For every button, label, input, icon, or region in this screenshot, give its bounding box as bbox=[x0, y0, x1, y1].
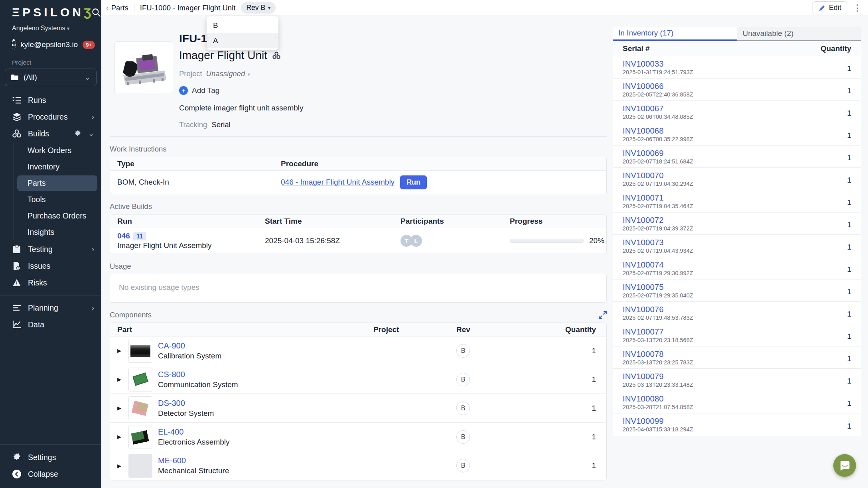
edit-button-label: Edit bbox=[829, 4, 841, 12]
components-card: Part Project Rev Quantity ▶ CA-900 bbox=[110, 323, 607, 480]
builds-settings-gear-icon[interactable] bbox=[74, 130, 82, 138]
serial-link[interactable]: INV100066 bbox=[623, 81, 664, 91]
component-part-link[interactable]: CA-900 bbox=[158, 341, 185, 350]
component-thumbnail bbox=[128, 425, 152, 449]
row-expander-icon[interactable]: ▶ bbox=[117, 434, 123, 440]
edit-button[interactable]: Edit bbox=[813, 1, 847, 14]
inventory-quantity: 1 bbox=[847, 332, 851, 341]
run-name: Imager Flight Unit Assembly bbox=[117, 241, 265, 250]
sidebar-sub-item[interactable]: Parts bbox=[17, 175, 97, 191]
component-part-link[interactable]: CS-800 bbox=[158, 370, 185, 379]
part-image[interactable] bbox=[114, 41, 173, 93]
sidebar-item-planning[interactable]: Planning › bbox=[0, 299, 101, 316]
rev-option-a[interactable]: A bbox=[207, 33, 278, 48]
rev-option-b[interactable]: B bbox=[207, 18, 278, 33]
run-button[interactable]: Run bbox=[400, 175, 427, 189]
serial-link[interactable]: INV100078 bbox=[623, 349, 664, 358]
sidebar-sub-item[interactable]: Tools bbox=[17, 192, 97, 207]
row-expander-icon[interactable]: ▶ bbox=[117, 463, 123, 469]
serial-link[interactable]: INV100070 bbox=[623, 171, 664, 180]
col-header-part: Part bbox=[110, 325, 373, 334]
sidebar-item-runs[interactable]: Runs bbox=[0, 92, 101, 108]
inventory-timestamp: 2025-02-07T19:29:30.992Z bbox=[623, 270, 693, 276]
sidebar-collapse-button[interactable]: Collapse bbox=[0, 466, 101, 482]
sidebar-item-label: Procedures bbox=[28, 112, 85, 122]
rev-selector[interactable]: Rev B ▾ bbox=[241, 2, 276, 14]
component-row: ▶ EL-400 Electronics Assembly B 1 bbox=[110, 423, 606, 451]
inventory-timestamp: 2025-02-07T19:04:30.294Z bbox=[623, 181, 693, 187]
sidebar-item-builds[interactable]: Builds ⌄ bbox=[0, 125, 101, 142]
serial-link[interactable]: INV100069 bbox=[623, 148, 664, 157]
col-header-start-time: Start Time bbox=[265, 217, 400, 226]
inventory-panel: In Inventory (17) Unavailable (2) Serial… bbox=[613, 27, 861, 488]
serial-link[interactable]: INV100071 bbox=[623, 193, 664, 202]
component-part-link[interactable]: EL-400 bbox=[158, 427, 184, 436]
serial-link[interactable]: INV100068 bbox=[623, 126, 664, 135]
data-icon bbox=[12, 320, 22, 329]
serial-link[interactable]: INV100072 bbox=[623, 215, 664, 224]
expand-icon[interactable] bbox=[599, 311, 607, 319]
sidebar-item-label: Builds bbox=[28, 129, 67, 138]
component-rev-badge: B bbox=[456, 459, 470, 472]
sidebar-sub-item[interactable]: Work Orders bbox=[17, 143, 97, 158]
serial-link[interactable]: INV100076 bbox=[623, 305, 664, 314]
serial-link[interactable]: INV100074 bbox=[623, 260, 664, 269]
inventory-quantity: 1 bbox=[847, 422, 851, 431]
settings-gear-icon bbox=[12, 453, 22, 462]
row-expander-icon[interactable]: ▶ bbox=[117, 348, 123, 354]
serial-link[interactable]: INV100099 bbox=[623, 416, 664, 425]
run-number-link[interactable]: 046 bbox=[117, 232, 130, 240]
serial-link[interactable]: INV100067 bbox=[623, 104, 664, 113]
serial-link[interactable]: INV100033 bbox=[623, 59, 664, 68]
sidebar-item-issues[interactable]: Issues bbox=[0, 258, 101, 274]
component-part-link[interactable]: ME-600 bbox=[158, 456, 186, 465]
row-expander-icon[interactable]: ▶ bbox=[117, 405, 123, 411]
chevron-right-icon: › bbox=[92, 304, 94, 312]
inventory-row: INV100080 2025-03-28T21:07:54.858Z 1 bbox=[613, 391, 861, 413]
run-start-time: 2025-04-03 15:26:58Z bbox=[265, 236, 400, 245]
serial-link[interactable]: INV100077 bbox=[623, 327, 664, 336]
participant-avatar: L bbox=[410, 235, 422, 247]
sidebar-item-label: Data bbox=[28, 320, 94, 329]
serial-link[interactable]: INV100079 bbox=[623, 372, 664, 381]
chat-launcher-button[interactable] bbox=[833, 454, 856, 477]
component-part-name: Detector System bbox=[158, 409, 214, 418]
inventory-timestamp: 2025-04-03T15:33:18.294Z bbox=[623, 426, 693, 433]
component-quantity: 1 bbox=[528, 404, 606, 413]
project-label: Project bbox=[12, 59, 101, 66]
rev-selector-label: Rev B bbox=[246, 4, 265, 12]
participant-avatars: T L bbox=[400, 235, 510, 247]
part-description: Complete imager flight unit assembly bbox=[179, 104, 304, 112]
breadcrumb-back[interactable]: ‹ Parts bbox=[106, 3, 128, 12]
col-header-procedure: Procedure bbox=[281, 159, 318, 168]
sidebar-item-label: Planning bbox=[28, 303, 85, 313]
component-quantity: 1 bbox=[528, 346, 606, 355]
procedure-link[interactable]: 046 - Imager Flight Unit Assembly bbox=[281, 178, 395, 187]
tab-in-inventory[interactable]: In Inventory (17) bbox=[613, 27, 737, 41]
sidebar-sub-item[interactable]: Purchase Orders bbox=[17, 208, 97, 224]
serial-link[interactable]: INV100073 bbox=[623, 238, 664, 247]
serial-link[interactable]: INV100080 bbox=[623, 394, 664, 403]
sidebar-item-data[interactable]: Data bbox=[0, 316, 101, 333]
serial-link[interactable]: INV100075 bbox=[623, 282, 664, 291]
sidebar-item-procedures[interactable]: Procedures › bbox=[0, 108, 101, 125]
project-select[interactable]: (All) ⌄ bbox=[5, 69, 97, 86]
sidebar-item-testing[interactable]: Testing › bbox=[0, 241, 101, 258]
org-selector[interactable]: Angeleno Systems ▾ bbox=[12, 25, 95, 32]
component-part-link[interactable]: DS-300 bbox=[158, 399, 185, 407]
tab-unavailable[interactable]: Unavailable (2) bbox=[737, 27, 862, 41]
inventory-quantity: 1 bbox=[847, 220, 851, 229]
project-field-value[interactable]: Unassigned ▾ bbox=[206, 69, 250, 78]
sidebar-item-settings[interactable]: Settings bbox=[0, 449, 101, 466]
sidebar-item-risks[interactable]: Risks bbox=[0, 274, 101, 291]
inventory-timestamp: 2025-02-07T19:29:35.040Z bbox=[623, 292, 693, 299]
sidebar-sub-item[interactable]: Insights bbox=[17, 224, 97, 240]
user-menu[interactable]: kyle@epsilon3.io 9+ bbox=[12, 39, 95, 50]
col-header-rev: Rev bbox=[456, 325, 528, 334]
sidebar-sub-item[interactable]: Inventory bbox=[17, 159, 97, 175]
search-icon[interactable] bbox=[91, 7, 101, 18]
add-tag-button[interactable]: + Add Tag bbox=[179, 86, 304, 95]
kebab-menu-icon[interactable]: ⋮ bbox=[853, 4, 862, 12]
row-expander-icon[interactable]: ▶ bbox=[117, 376, 123, 382]
active-build-row: 04611 Imager Flight Unit Assembly 2025-0… bbox=[110, 228, 606, 254]
